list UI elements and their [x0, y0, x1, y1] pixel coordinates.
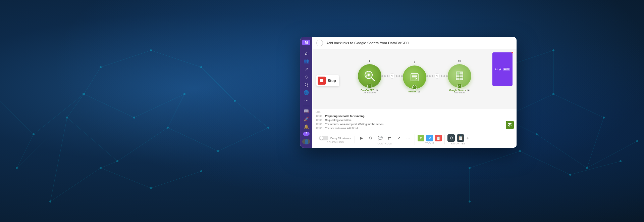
log-entry-2: 12:30 Requesting execution.	[316, 118, 513, 122]
module-dataforseo-circle[interactable]: ✓	[358, 64, 381, 88]
sidebar-item-tag[interactable]: ◇	[302, 74, 311, 80]
sidebar-item-bell[interactable]: 🔔	[302, 124, 311, 130]
svg-rect-73	[411, 74, 418, 81]
canvas-area[interactable]: 1 ✓	[312, 49, 517, 148]
controls-icons: ▶ ⚙ 💬 ⇄ ↗ ⋯	[358, 134, 412, 142]
log-msg-4: The scenario was initialized.	[325, 126, 359, 130]
svg-line-12	[67, 94, 84, 118]
fav-add-icon[interactable]: +	[466, 135, 469, 141]
control-export-icon[interactable]: ↗	[395, 134, 402, 142]
module-googlesheets[interactable]: 60 ✓	[448, 64, 471, 94]
svg-line-9	[101, 168, 151, 188]
fav-icon-2[interactable]: 📋	[457, 134, 464, 142]
tool-icon-green[interactable]: ⚙	[418, 135, 424, 141]
sidebar-item-book[interactable]: 📖	[302, 108, 311, 114]
modules-container: 1 ✓	[358, 64, 471, 94]
svg-point-55	[586, 167, 588, 169]
svg-point-36	[16, 167, 18, 169]
control-settings-icon[interactable]: ⚙	[367, 134, 374, 142]
svg-point-54	[536, 133, 538, 135]
beta-label: BETA	[503, 68, 510, 71]
svg-line-26	[470, 151, 520, 168]
toolbar-controls: ▶ ⚙ 💬 ⇄ ↗ ⋯ CONTROLS	[355, 134, 415, 145]
connector-dot	[396, 75, 397, 77]
log-time-3: 12:30	[316, 122, 323, 126]
connector-dot	[426, 75, 428, 77]
module-dataforseo-count: 5	[376, 89, 378, 91]
schedule-toggle[interactable]	[319, 136, 328, 140]
log-msg-1: Preparing scenario for running.	[325, 114, 365, 118]
svg-point-46	[49, 201, 51, 203]
stop-button[interactable]: Stop	[316, 75, 339, 86]
connector-dot	[432, 75, 433, 77]
control-flow-icon[interactable]: ⇄	[386, 134, 393, 142]
connector-tool-icon[interactable]: ✎	[434, 73, 440, 79]
svg-point-58	[552, 93, 554, 95]
svg-point-62	[569, 174, 571, 176]
svg-point-61	[519, 150, 521, 152]
svg-line-10	[151, 171, 201, 188]
connector-dot	[441, 75, 442, 77]
ai-badge[interactable]: AI BETA	[492, 52, 513, 86]
svg-line-27	[520, 151, 570, 175]
log-label: LOG	[316, 111, 513, 113]
control-chat-icon[interactable]: 💬	[376, 134, 384, 142]
log-entry-3: 12:30 The request was accepted. Waiting …	[316, 122, 513, 126]
svg-line-28	[570, 161, 621, 175]
sidebar-item-rocket[interactable]: 🚀	[302, 116, 311, 122]
tool-icon-blue[interactable]: ✕	[426, 135, 433, 141]
svg-line-25	[553, 94, 604, 118]
connector-dot	[429, 75, 431, 77]
sidebar-item-more[interactable]: ⋯	[302, 97, 311, 103]
module-dataforseo[interactable]: 1 ✓	[358, 64, 381, 94]
stop-label: Stop	[328, 79, 336, 83]
svg-line-18	[201, 67, 235, 101]
svg-line-16	[0, 101, 34, 134]
svg-line-11	[17, 134, 34, 168]
favorites-icons: ⚙ 📋 +	[447, 134, 469, 142]
control-run-icon[interactable]: ▶	[358, 134, 365, 142]
sidebar-item-users[interactable]: 👥	[302, 58, 311, 64]
module-googlesheets-count: 4	[467, 89, 469, 91]
toggle-knob	[320, 136, 323, 140]
module-googlesheets-circle[interactable]: ✓	[448, 64, 471, 88]
module-iterator-count: 3	[418, 91, 420, 93]
connector-tool-icon[interactable]: ✎	[389, 73, 395, 79]
module-iterator[interactable]: 1 ✓	[403, 65, 426, 93]
svg-line-13	[101, 161, 117, 168]
control-more-icon[interactable]: ⋯	[405, 134, 412, 142]
svg-point-38	[116, 160, 118, 162]
svg-point-52	[150, 49, 152, 51]
fav-icon-1[interactable]: ⚙	[447, 134, 455, 142]
module-dataforseo-check: ✓	[367, 84, 372, 88]
sidebar-item-avatar[interactable]: 👤	[302, 139, 310, 144]
schedule-text: Every 15 minutes.	[330, 137, 352, 140]
svg-line-21	[84, 67, 101, 94]
svg-point-47	[100, 167, 102, 169]
svg-point-60	[469, 167, 471, 169]
svg-point-63	[620, 160, 622, 162]
sidebar-item-home[interactable]: ⌂	[302, 50, 311, 56]
svg-point-56	[636, 140, 638, 142]
sidebar-item-help[interactable]: ?	[303, 132, 310, 136]
export-button[interactable]	[506, 121, 514, 129]
export-icon	[507, 123, 512, 127]
sidebar-divider	[303, 106, 310, 106]
toolbar-tools: ⚙ ✕ 📋 TOOLS	[415, 135, 445, 144]
svg-point-49	[200, 170, 202, 172]
ai-badge-dot	[512, 52, 513, 53]
back-button[interactable]: ←	[316, 40, 323, 46]
svg-line-3	[168, 128, 218, 151]
svg-point-59	[603, 117, 605, 119]
tool-icon-red[interactable]: 📋	[435, 135, 442, 141]
sidebar-item-link[interactable]: ⛓	[302, 81, 311, 88]
module-iterator-label: Iterator 3	[409, 90, 420, 93]
svg-point-67	[469, 201, 471, 203]
module-iterator-circle[interactable]: ✓	[403, 65, 426, 89]
sidebar-item-share[interactable]: ↗	[302, 65, 311, 72]
module-dataforseo-label: DataForSEO 5 Get Backlinks	[361, 89, 378, 94]
svg-rect-85	[508, 123, 512, 124]
svg-point-71	[368, 74, 370, 76]
sidebar-item-globe[interactable]: 🌐	[302, 89, 311, 96]
svg-point-43	[83, 93, 85, 95]
